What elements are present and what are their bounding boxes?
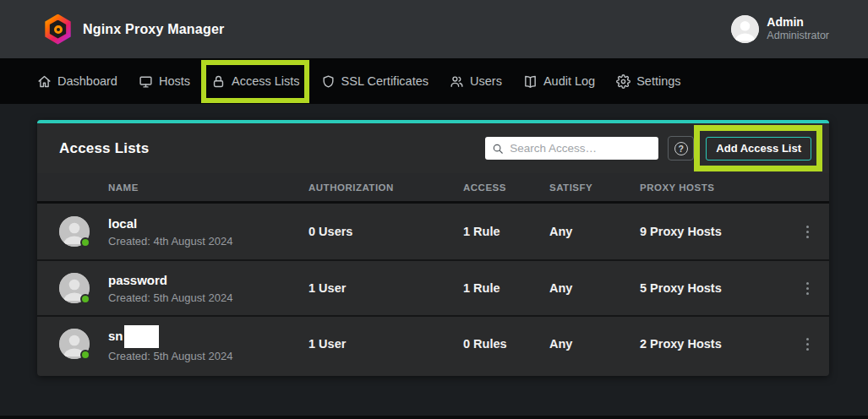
row-actions-menu-icon[interactable] xyxy=(800,333,816,356)
user-role: Administrator xyxy=(767,30,829,43)
row-actions-menu-icon[interactable] xyxy=(800,277,816,300)
column-header-satisfy: SATISFY xyxy=(549,182,640,193)
access-list-created: Created: 4th August 2024 xyxy=(108,235,308,248)
nav-label: Access Lists xyxy=(232,74,300,88)
user-avatar xyxy=(731,15,759,43)
access-list-created: Created: 5th August 2024 xyxy=(108,291,308,304)
cell-proxy-hosts: 2 Proxy Hosts xyxy=(640,337,785,351)
access-list-name: local xyxy=(108,215,308,232)
column-header-authorization: AUTHORIZATION xyxy=(308,182,463,193)
access-lists-panel: Access Lists ? Add Access List NAME AUTH… xyxy=(37,120,829,376)
status-dot xyxy=(80,350,90,360)
nav-item-access-lists[interactable]: Access Lists xyxy=(211,74,300,89)
row-actions-menu-icon[interactable] xyxy=(800,220,816,243)
lock-icon xyxy=(211,74,226,89)
nav-item-settings[interactable]: Settings xyxy=(616,74,680,89)
gear-icon xyxy=(616,74,631,89)
row-avatar xyxy=(59,273,90,303)
nav-item-audit-log[interactable]: Audit Log xyxy=(523,74,595,89)
home-icon xyxy=(37,74,52,89)
cell-authorization: 1 User xyxy=(308,281,463,295)
user-name: Admin xyxy=(767,15,829,30)
search-box xyxy=(485,137,658,160)
cell-satisfy: Any xyxy=(549,225,640,238)
page-title: Access Lists xyxy=(59,140,149,157)
cell-satisfy: Any xyxy=(549,337,640,351)
help-button[interactable]: ? xyxy=(668,136,694,161)
nav-label: Audit Log xyxy=(543,74,595,88)
nav-label: SSL Certificates xyxy=(341,74,429,88)
column-header-proxy-hosts: PROXY HOSTS xyxy=(640,182,785,193)
cell-satisfy: Any xyxy=(549,281,640,295)
window-bottom-edge xyxy=(0,416,868,419)
table-row[interactable]: local Created: 4th August 2024 0 Users 1… xyxy=(37,204,829,259)
access-list-name: sn xyxy=(108,328,123,345)
main-nav: Dashboard Hosts Access Lists SSL Certifi… xyxy=(0,58,868,104)
access-list-name: password xyxy=(108,272,308,289)
nav-item-dashboard[interactable]: Dashboard xyxy=(37,74,117,89)
nav-label: Dashboard xyxy=(57,74,117,88)
nginx-proxy-manager-logo-icon xyxy=(44,14,72,45)
monitor-icon xyxy=(139,74,153,89)
nav-item-users[interactable]: Users xyxy=(450,74,502,89)
table-row[interactable]: password Created: 5th August 2024 1 User… xyxy=(37,259,829,315)
page: Nginx Proxy Manager Admin Administrator … xyxy=(0,0,868,419)
access-list-created: Created: 5th August 2024 xyxy=(108,350,308,362)
nav-label: Users xyxy=(470,74,502,88)
shield-icon xyxy=(321,74,336,89)
status-dot xyxy=(80,237,90,248)
cell-authorization: 1 User xyxy=(308,337,463,351)
table-row[interactable]: sn Created: 5th August 2024 1 User 0 Rul… xyxy=(37,315,829,371)
app-header: Nginx Proxy Manager Admin Administrator xyxy=(0,0,868,58)
search-input[interactable] xyxy=(510,142,652,155)
column-header-access: ACCESS xyxy=(463,182,549,193)
nav-item-hosts[interactable]: Hosts xyxy=(139,74,190,89)
cell-access: 0 Rules xyxy=(463,337,549,351)
user-menu[interactable]: Admin Administrator xyxy=(731,15,829,43)
add-access-list-button[interactable]: Add Access List xyxy=(706,137,811,161)
search-icon xyxy=(492,143,504,155)
app-title: Nginx Proxy Manager xyxy=(83,22,224,37)
cell-proxy-hosts: 9 Proxy Hosts xyxy=(640,225,785,238)
cell-authorization: 0 Users xyxy=(308,225,463,238)
row-avatar xyxy=(59,216,90,247)
nav-item-ssl-certificates[interactable]: SSL Certificates xyxy=(321,74,429,89)
nav-label: Hosts xyxy=(159,74,190,88)
column-header-name: NAME xyxy=(108,182,308,193)
book-icon xyxy=(523,74,538,89)
row-avatar xyxy=(59,329,90,359)
redaction-box xyxy=(124,325,159,348)
cell-access: 1 Rule xyxy=(463,281,549,295)
users-icon xyxy=(450,74,464,89)
nav-label: Settings xyxy=(636,74,680,88)
cell-proxy-hosts: 5 Proxy Hosts xyxy=(640,281,785,295)
status-dot xyxy=(80,294,90,304)
panel-header: Access Lists ? Add Access List xyxy=(37,123,829,173)
table-header-row: NAME AUTHORIZATION ACCESS SATISFY PROXY … xyxy=(37,173,829,204)
question-mark-icon: ? xyxy=(674,142,688,155)
cell-access: 1 Rule xyxy=(463,225,549,238)
